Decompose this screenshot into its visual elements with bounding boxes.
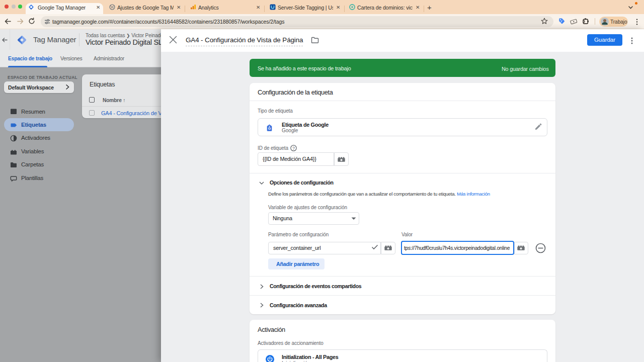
svg-text:?: ?: [292, 146, 295, 151]
svg-text:G: G: [268, 127, 271, 130]
svg-text:W: W: [110, 5, 114, 10]
